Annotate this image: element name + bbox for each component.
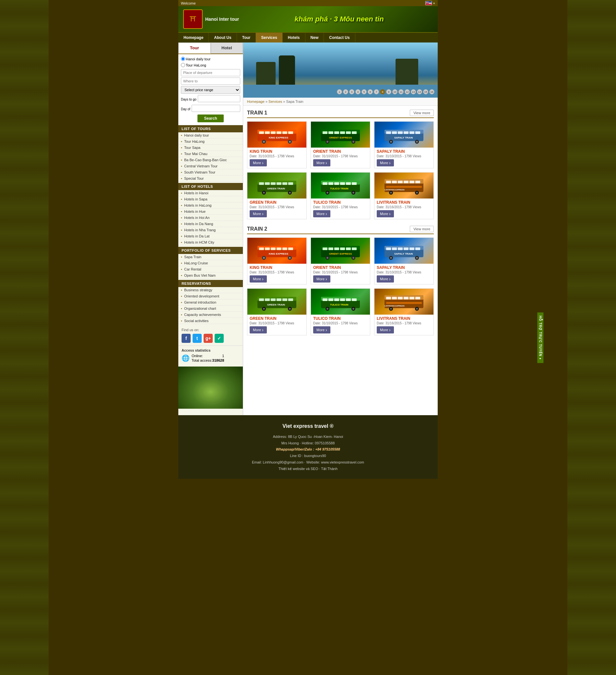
list-item[interactable]: Hotels in HaLong [178, 203, 243, 209]
nav-contact[interactable]: Contact Us [324, 33, 355, 43]
nav-tour[interactable]: Tour [237, 33, 256, 43]
nav-about[interactable]: About Us [209, 33, 237, 43]
hero-dot-6[interactable]: 6 [368, 89, 373, 94]
green-more-btn-2[interactable]: More [250, 326, 267, 333]
list-item[interactable]: Sapa Train [178, 254, 243, 260]
sapaly-more-btn-2[interactable]: More [377, 275, 394, 283]
hero-dot-13[interactable]: 13 [411, 89, 416, 94]
list-item[interactable]: Social activities [178, 318, 243, 324]
list-item[interactable]: Hotels in Nha Trang [178, 227, 243, 233]
nav-hotels[interactable]: Hotels [283, 33, 305, 43]
reservations-title: RESERVATIONS [178, 280, 243, 287]
price-range-select[interactable]: Select price range $0-$100 $100-$200 $20… [181, 86, 240, 94]
livitrans-train-meta-1: Date: 31/16/2015 - 1798 Views [377, 205, 431, 209]
hero-dot-3[interactable]: 3 [349, 89, 354, 94]
hero-dot-14[interactable]: 14 [417, 89, 422, 94]
facebook-icon[interactable]: f [182, 334, 191, 343]
train1-view-more[interactable]: View more [410, 109, 434, 116]
orient-more-btn-1[interactable]: More [313, 159, 330, 166]
train2-view-more[interactable]: View more [410, 226, 434, 232]
hero-dot-4[interactable]: 4 [355, 89, 360, 94]
tab-hotel[interactable]: Hotel [211, 43, 243, 54]
hero-dot-9[interactable]: 9 [386, 89, 391, 94]
place-of-departure-input[interactable] [181, 69, 240, 76]
svg-point-24 [352, 141, 354, 143]
tripadvisor-icon[interactable]: ✓ [214, 334, 224, 343]
nav-new[interactable]: New [305, 33, 324, 43]
svg-rect-56 [334, 182, 339, 185]
hero-dot-2[interactable]: 2 [343, 89, 348, 94]
livitrans-more-btn-2[interactable]: More [377, 326, 394, 333]
livitrans-train-name-1: LIVITRANS TRAIN [377, 200, 431, 205]
list-item[interactable]: Tour HaLong [178, 139, 243, 145]
radio-halong[interactable]: Tour HaLong [181, 63, 206, 67]
stats-title: Access statistics [182, 348, 240, 352]
list-item[interactable]: HaLong Cruise [178, 260, 243, 266]
hero-dot-10[interactable]: 10 [392, 89, 398, 94]
hero-dot-16[interactable]: 16 [429, 89, 434, 94]
days-to-go-input[interactable] [198, 95, 240, 102]
hero-dots: 1 2 3 4 5 6 7 8 9 10 11 12 13 14 15 16 [337, 89, 434, 94]
train-card-king-2: KING EXPRESS KING TRAIN Date: 31/10/2015… [247, 237, 307, 285]
king-more-btn-1[interactable]: More [250, 159, 267, 166]
radio-hanoi-daily-label: Hanoi daily tour [186, 57, 210, 61]
svg-rect-29 [392, 131, 397, 134]
list-item[interactable]: Hotels in HCM City [178, 239, 243, 245]
list-item[interactable]: Car Rental [178, 266, 243, 273]
hero-dot-1[interactable]: 1 [337, 89, 342, 94]
list-item[interactable]: Tour Mai Chau [178, 151, 243, 157]
nav-homepage[interactable]: Homepage [178, 33, 209, 43]
hero-dot-8[interactable]: 8 [380, 89, 385, 94]
orient-more-btn-2[interactable]: More [313, 275, 330, 283]
list-item[interactable]: Hotels in Hue [178, 209, 243, 215]
sapaly-more-btn-1[interactable]: More [377, 159, 394, 166]
list-item[interactable]: General introduction [178, 299, 243, 306]
svg-rect-151 [415, 297, 420, 299]
radio-halong-input[interactable] [181, 63, 185, 67]
list-item[interactable]: Oriented development [178, 293, 243, 299]
twitter-icon[interactable]: t [193, 334, 202, 343]
list-item[interactable]: Hanoi daily tour [178, 132, 243, 139]
list-item[interactable]: Open Bus Viet Nam [178, 273, 243, 279]
list-item[interactable]: Business strategy [178, 287, 243, 293]
uk-flag-icon[interactable]: 🇬🇧 [425, 1, 432, 5]
hero-dot-5[interactable]: 5 [361, 89, 367, 94]
list-item[interactable]: Tour Sapa [178, 145, 243, 151]
support-tab[interactable]: HỖ TRỢ TRỰC TUYẾN ♦ [538, 312, 544, 363]
svg-rect-111 [410, 247, 414, 250]
tulico-more-btn-2[interactable]: More [313, 326, 330, 333]
list-item[interactable]: Special Tour [178, 175, 243, 182]
svg-rect-136 [340, 298, 345, 301]
list-item[interactable]: Hotels in Da Nang [178, 221, 243, 227]
hero-dot-15[interactable]: 15 [423, 89, 428, 94]
hero-dot-12[interactable]: 12 [405, 89, 410, 94]
breadcrumb-services[interactable]: Services [268, 99, 282, 103]
list-item[interactable]: Organizational chart [178, 306, 243, 312]
tulico-more-btn-1[interactable]: More [313, 210, 330, 217]
list-item[interactable]: Capacity achievements [178, 312, 243, 318]
tab-tour[interactable]: Tour [178, 43, 211, 54]
nav-services[interactable]: Services [256, 33, 282, 43]
list-item[interactable]: Hotels in Hoi An [178, 215, 243, 221]
list-item[interactable]: Hotels in Da Lat [178, 233, 243, 239]
list-item[interactable]: Hotels in Hanoi [178, 190, 243, 196]
list-item[interactable]: South Vietnam Tour [178, 169, 243, 175]
king-more-btn-2[interactable]: More [250, 275, 267, 283]
king-train-info-2: KING TRAIN Date: 31/10/2015 - 1798 Views… [247, 264, 306, 284]
list-item[interactable]: Ba Be-Cao Bang-Ban Gioc [178, 157, 243, 163]
search-button[interactable]: Search [197, 115, 224, 122]
green-more-btn-1[interactable]: More [250, 210, 267, 217]
hero-dot-7[interactable]: 7 [374, 89, 379, 94]
day-of-input[interactable] [192, 105, 240, 112]
close-button[interactable]: × [433, 1, 435, 5]
list-item[interactable]: Central Vietnam Tour [178, 163, 243, 169]
where-to-input[interactable] [181, 78, 240, 85]
hero-dot-11[interactable]: 11 [399, 89, 404, 94]
list-item[interactable]: Hotels in Sapa [178, 196, 243, 203]
breadcrumb-homepage[interactable]: Homepage [247, 99, 265, 103]
radio-hanoi-daily[interactable]: Hanoi daily tour [181, 57, 210, 61]
svg-point-157 [416, 308, 418, 310]
livitrans-more-btn-1[interactable]: More [377, 210, 394, 217]
googleplus-icon[interactable]: g+ [203, 334, 213, 343]
radio-hanoi-daily-input[interactable] [181, 57, 185, 61]
